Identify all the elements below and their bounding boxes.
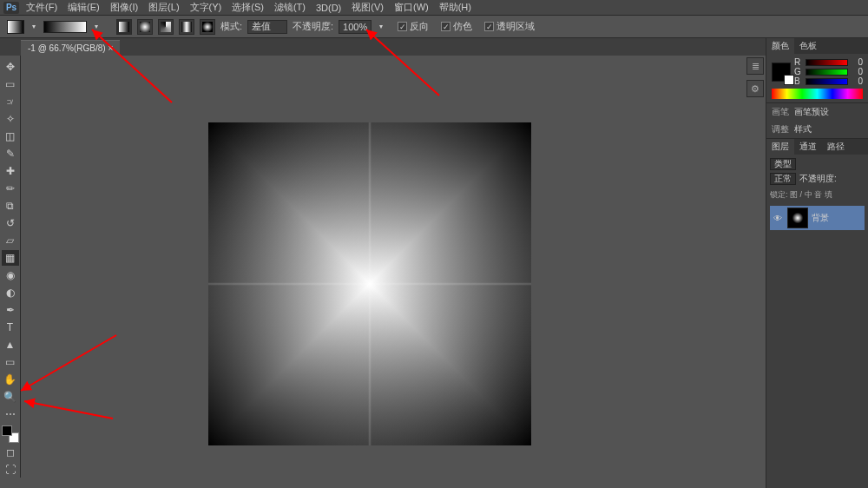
- reverse-label: 反向: [410, 20, 429, 33]
- channels-tab[interactable]: 通道: [794, 139, 822, 155]
- opacity-input[interactable]: 100%: [339, 20, 372, 34]
- layers-panel: 类型 正常 不透明度: 锁定: 图 / 中 音 填 👁 背景: [766, 155, 868, 234]
- menu-window[interactable]: 窗口(W): [394, 1, 429, 14]
- document-tab[interactable]: -1 @ 66.7%(RGB/8) ×: [21, 40, 120, 56]
- document-canvas[interactable]: [208, 122, 531, 445]
- gradient-type-linear[interactable]: [116, 19, 132, 35]
- zoom-tool[interactable]: 🔍: [2, 389, 19, 405]
- menu-type[interactable]: 文字(Y): [190, 1, 222, 14]
- layer-blend-mode[interactable]: 正常: [770, 173, 796, 185]
- menu-layer[interactable]: 图层(L): [148, 1, 179, 14]
- healing-tool[interactable]: ✚: [2, 163, 19, 179]
- wand-tool[interactable]: ✧: [2, 111, 19, 127]
- layers-panel-tabs: 图层 通道 路径: [766, 139, 868, 155]
- dither-checkbox[interactable]: ✓ 仿色: [441, 20, 472, 33]
- layer-visibility-icon[interactable]: 👁: [772, 214, 784, 223]
- paths-tab[interactable]: 路径: [822, 139, 850, 155]
- right-panel-group: 颜色 色板 R 0 G 0 B 0: [766, 38, 868, 488]
- blend-mode-select[interactable]: 差值: [247, 20, 287, 34]
- transparency-label: 透明区域: [496, 20, 535, 33]
- r-slider[interactable]: [806, 59, 848, 66]
- dodge-tool[interactable]: ◐: [2, 285, 19, 300]
- history-panel-icon[interactable]: ≣: [746, 57, 764, 75]
- menu-file[interactable]: 文件(F): [26, 1, 57, 14]
- menu-filter[interactable]: 滤镜(T): [274, 1, 306, 14]
- quickmask-toggle[interactable]: ◻: [2, 445, 19, 460]
- color-swatches[interactable]: [2, 425, 19, 443]
- eyedropper-tool[interactable]: ✎: [2, 146, 19, 162]
- properties-panel-icon[interactable]: ⚙: [746, 80, 764, 97]
- pen-tool[interactable]: ✒: [2, 302, 19, 318]
- shape-tool[interactable]: ▭: [2, 354, 19, 370]
- layer-name[interactable]: 背景: [812, 212, 829, 224]
- color-panel-swatch[interactable]: [772, 63, 791, 82]
- gradient-tool[interactable]: ▦: [2, 250, 19, 266]
- stamp-tool[interactable]: ⧉: [2, 198, 19, 214]
- canvas-artwork-lines: [208, 122, 531, 445]
- transparency-checkbox[interactable]: ✓ 透明区域: [484, 20, 535, 33]
- options-bar: ▾ ▾ 模式: 差值 不透明度: 100% ▾ ✓ 反向 ✓ 仿色 ✓ 透明区域: [0, 16, 868, 38]
- color-tab[interactable]: 颜色: [766, 38, 794, 54]
- color-panel: R 0 G 0 B 0: [766, 54, 868, 102]
- gradient-type-angle[interactable]: [158, 19, 174, 35]
- g-value[interactable]: 0: [851, 67, 863, 76]
- history-brush-tool[interactable]: ↺: [2, 215, 19, 231]
- menu-view[interactable]: 视图(V): [352, 1, 384, 14]
- document-tab-strip: -1 @ 66.7%(RGB/8) ×: [0, 38, 868, 56]
- brush-preset-tab[interactable]: 画笔预设: [794, 106, 829, 118]
- layer-filter[interactable]: 类型: [770, 158, 796, 170]
- marquee-tool[interactable]: ▭: [2, 76, 19, 92]
- layer-row[interactable]: 👁 背景: [770, 206, 865, 230]
- path-select-tool[interactable]: ▲: [2, 337, 19, 353]
- menu-3d[interactable]: 3D(D): [316, 3, 341, 13]
- screenmode-toggle[interactable]: ⛶: [2, 462, 19, 478]
- reverse-checkbox[interactable]: ✓ 反向: [398, 20, 429, 33]
- b-label: B: [794, 76, 803, 86]
- lasso-tool[interactable]: ⟉: [2, 94, 19, 109]
- foreground-color[interactable]: [2, 425, 12, 436]
- opacity-label: 不透明度:: [293, 20, 333, 33]
- b-value[interactable]: 0: [851, 76, 863, 86]
- hand-tool[interactable]: ✋: [2, 372, 19, 387]
- blur-tool[interactable]: ◉: [2, 267, 19, 283]
- crop-tool[interactable]: ◫: [2, 129, 19, 144]
- menu-help[interactable]: 帮助(H): [439, 1, 471, 14]
- g-label: G: [794, 67, 803, 76]
- color-panel-tabs: 颜色 色板: [766, 38, 868, 54]
- eraser-tool[interactable]: ▱: [2, 233, 19, 248]
- layer-lock-row: 锁定: 图 / 中 音 填: [770, 188, 865, 202]
- menu-edit[interactable]: 编辑(E): [68, 1, 100, 14]
- adjust-tab[interactable]: 调整: [772, 123, 789, 135]
- check-icon: ✓: [484, 22, 494, 31]
- layer-thumbnail[interactable]: [787, 208, 808, 228]
- move-tool[interactable]: ✥: [2, 59, 19, 75]
- style-tab[interactable]: 样式: [794, 123, 812, 135]
- gradient-tool-icon[interactable]: [7, 20, 24, 34]
- gradient-preview[interactable]: [43, 21, 87, 33]
- gradient-type-reflected[interactable]: [179, 19, 194, 35]
- swatches-tab[interactable]: 色板: [794, 38, 822, 54]
- gradient-type-radial[interactable]: [137, 19, 153, 35]
- check-icon: ✓: [441, 22, 450, 31]
- b-slider[interactable]: [806, 78, 848, 85]
- app-logo: Ps: [3, 2, 19, 14]
- type-tool[interactable]: T: [2, 320, 19, 335]
- collapsed-panel-dock: ≣ ⚙: [746, 38, 766, 97]
- check-icon: ✓: [398, 22, 407, 31]
- r-label: R: [794, 57, 803, 67]
- tool-preset-dropdown[interactable]: ▾: [30, 23, 38, 30]
- r-value[interactable]: 0: [851, 57, 863, 67]
- opacity-dropdown[interactable]: ▾: [377, 23, 385, 30]
- color-spectrum[interactable]: [772, 89, 863, 99]
- gradient-type-diamond[interactable]: [200, 19, 215, 35]
- gradient-picker-dropdown[interactable]: ▾: [92, 23, 101, 30]
- g-slider[interactable]: [806, 69, 848, 76]
- canvas-area: [21, 56, 746, 488]
- menu-image[interactable]: 图像(I): [110, 1, 138, 14]
- brush-tab[interactable]: 画笔: [772, 106, 789, 118]
- edit-toolbar[interactable]: ⋯: [2, 406, 19, 422]
- menu-select[interactable]: 选择(S): [232, 1, 264, 14]
- layers-tab[interactable]: 图层: [766, 139, 794, 155]
- brush-tool[interactable]: ✏: [2, 181, 19, 196]
- menu-bar: Ps 文件(F) 编辑(E) 图像(I) 图层(L) 文字(Y) 选择(S) 滤…: [0, 0, 868, 16]
